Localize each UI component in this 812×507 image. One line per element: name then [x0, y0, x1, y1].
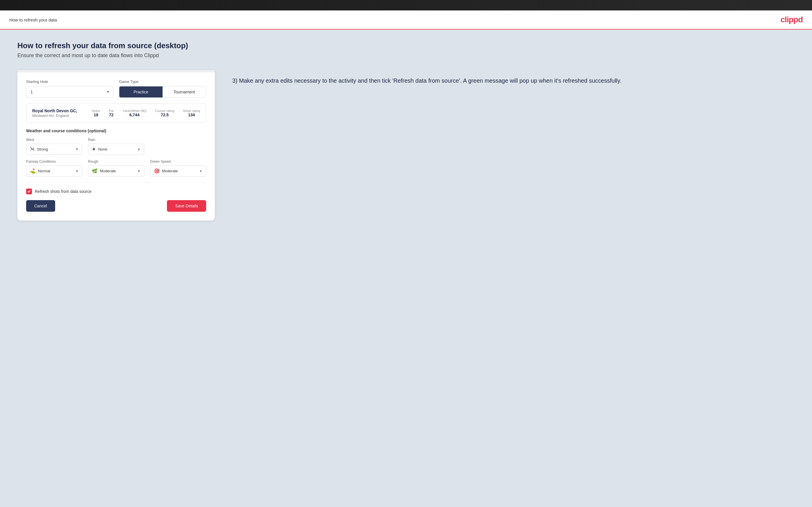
par-label: Par — [109, 109, 114, 113]
page-title: How to refresh your data from source (de… — [17, 41, 795, 50]
side-instruction: 3) Make any extra edits necessary to the… — [232, 70, 795, 85]
game-type-label: Game Type — [119, 79, 206, 84]
green-speed-select[interactable]: 🎯 Moderate ▼ — [150, 165, 206, 177]
fairway-label: Fairway Conditions — [26, 160, 82, 164]
form-actions: Cancel Save Details — [26, 200, 206, 212]
par-value: 72 — [109, 113, 114, 117]
rain-select[interactable]: ☀ None ▼ — [88, 144, 144, 155]
starting-hole-label: Starting Hole — [26, 79, 113, 84]
green-speed-label: Green Speed — [150, 160, 206, 164]
rough-chevron-icon: ▼ — [137, 169, 141, 173]
course-info-box: Royal North Devon GC, Westward Ho!, Engl… — [26, 104, 206, 123]
rough-icon: 🌿 — [92, 168, 98, 174]
header-page-title: How to refresh your data — [9, 17, 57, 22]
save-details-button[interactable]: Save Details — [167, 200, 206, 212]
green-speed-chevron-icon: ▼ — [199, 169, 202, 173]
fairway-select[interactable]: ⛳ Normal ▼ — [26, 165, 82, 177]
rain-label: Rain — [88, 138, 144, 142]
course-name: Royal North Devon GC, — [32, 109, 77, 113]
rain-value: None — [98, 147, 137, 152]
green-speed-group: Green Speed 🎯 Moderate ▼ — [150, 160, 206, 177]
green-speed-icon: 🎯 — [154, 168, 160, 174]
holes-label: Holes — [92, 109, 100, 113]
holes-stat: Holes 18 — [92, 109, 100, 117]
weather-section-title: Weather and course conditions (optional) — [26, 128, 206, 133]
course-rating-value: 72.5 — [155, 113, 174, 117]
rain-group: Rain ☀ None ▼ — [88, 138, 144, 155]
game-type-group: Game Type Practice Tournament — [119, 79, 206, 98]
course-name-group: Royal North Devon GC, Westward Ho!, Engl… — [32, 109, 77, 118]
practice-button[interactable]: Practice — [119, 87, 163, 98]
yards-label: Yards/White (M)) — [122, 109, 146, 113]
slope-rating-label: Slope rating — [183, 109, 200, 113]
page-subtitle: Ensure the correct and most up to date d… — [17, 53, 795, 59]
wind-chevron-icon: ▼ — [75, 147, 79, 151]
fairway-value: Normal — [38, 169, 75, 173]
cancel-button[interactable]: Cancel — [26, 200, 55, 212]
refresh-checkbox-row[interactable]: Refresh shots from data source — [26, 188, 206, 194]
wind-label: Wind — [26, 138, 82, 142]
refresh-checkbox[interactable] — [26, 188, 32, 194]
fairway-chevron-icon: ▼ — [75, 169, 79, 173]
wind-select[interactable]: 🌬 Strong ▼ — [26, 144, 82, 155]
rain-chevron-icon: ▼ — [137, 148, 141, 151]
slope-rating-stat: Slope rating 134 — [183, 109, 200, 117]
tournament-button[interactable]: Tournament — [163, 87, 206, 98]
instruction-text: 3) Make any extra edits necessary to the… — [232, 76, 795, 85]
rain-icon: ☀ — [92, 147, 96, 152]
course-rating-stat: Course rating 72.5 — [155, 109, 174, 117]
fairway-rough-green-row: Fairway Conditions ⛳ Normal ▼ Rough 🌿 Mo… — [26, 160, 206, 177]
wind-icon: 🌬 — [30, 147, 35, 152]
par-stat: Par 72 — [109, 109, 114, 117]
rough-label: Rough — [88, 160, 144, 164]
rough-select[interactable]: 🌿 Moderate ▼ — [88, 165, 144, 177]
slope-rating-value: 134 — [183, 113, 200, 117]
course-location: Westward Ho!, England — [32, 114, 77, 118]
wind-value: Strong — [37, 147, 75, 152]
refresh-checkbox-label: Refresh shots from data source — [35, 189, 92, 194]
game-type-buttons: Practice Tournament — [119, 86, 206, 98]
rough-group: Rough 🌿 Moderate ▼ — [88, 160, 144, 177]
rough-value: Moderate — [100, 169, 137, 173]
course-stats: Holes 18 Par 72 Yards/White (M)) 6,744 C… — [92, 109, 200, 117]
wind-group: Wind 🌬 Strong ▼ — [26, 138, 82, 155]
wind-rain-row: Wind 🌬 Strong ▼ Rain ☀ None ▼ — [26, 138, 206, 155]
yards-value: 6,744 — [122, 113, 146, 117]
form-card: Starting Hole 1 10 ▼ Game Type Practice … — [17, 70, 215, 220]
starting-hole-group: Starting Hole 1 10 ▼ — [26, 79, 113, 98]
yards-stat: Yards/White (M)) 6,744 — [122, 109, 146, 117]
holes-value: 18 — [92, 113, 100, 117]
fairway-group: Fairway Conditions ⛳ Normal ▼ — [26, 160, 82, 177]
fairway-icon: ⛳ — [30, 168, 36, 174]
course-rating-label: Course rating — [155, 109, 174, 113]
green-speed-value: Moderate — [162, 169, 199, 173]
starting-hole-select[interactable]: 1 10 — [26, 86, 113, 98]
logo: clippd — [781, 15, 803, 24]
